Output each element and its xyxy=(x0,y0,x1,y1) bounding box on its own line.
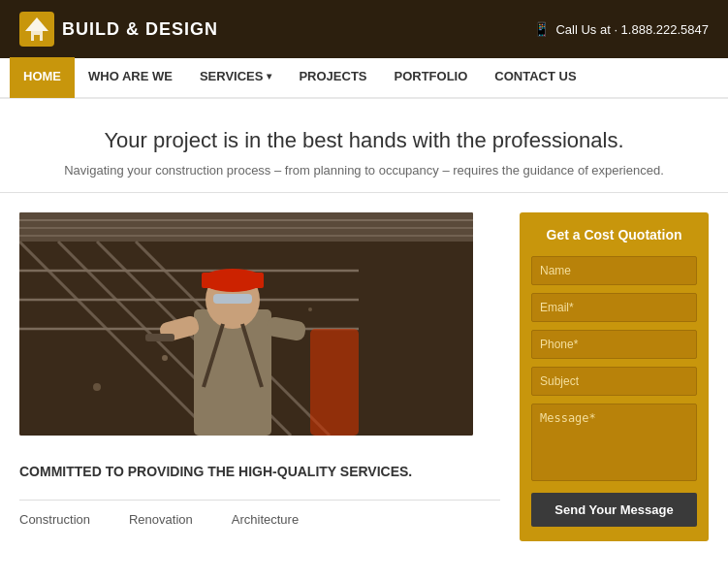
svg-point-29 xyxy=(93,383,101,391)
committed-section: COMMITTED TO PROVIDING THE HIGH-QUALITY … xyxy=(19,453,500,501)
nav-home[interactable]: HOME xyxy=(10,57,75,98)
svg-rect-26 xyxy=(310,329,359,436)
chevron-down-icon: ▾ xyxy=(267,71,271,81)
nav-services[interactable]: SERVICES ▾ xyxy=(186,57,286,98)
header: BUILD & DESIGN 📱 Call Us at · 1.888.222.… xyxy=(0,0,728,58)
logo[interactable]: BUILD & DESIGN xyxy=(19,12,218,47)
services-row: Construction Renovation Architecture xyxy=(19,512,500,527)
right-column: Get a Cost Quotation Send Your Message xyxy=(520,212,709,541)
committed-title: COMMITTED TO PROVIDING THE HIGH-QUALITY … xyxy=(19,463,500,482)
left-column: COMMITTED TO PROVIDING THE HIGH-QUALITY … xyxy=(19,212,500,541)
service-construction: Construction xyxy=(19,512,90,527)
send-button[interactable]: Send Your Message xyxy=(531,493,697,527)
svg-point-28 xyxy=(308,307,312,311)
message-input[interactable] xyxy=(531,404,697,481)
phone-icon: 📱 xyxy=(533,21,550,37)
logo-text: BUILD & DESIGN xyxy=(62,19,218,40)
service-architecture: Architecture xyxy=(232,512,299,527)
svg-rect-20 xyxy=(213,294,252,304)
worker-image xyxy=(19,212,473,436)
service-renovation: Renovation xyxy=(129,512,193,527)
header-contact: 📱 Call Us at · 1.888.222.5847 xyxy=(533,21,709,37)
name-input[interactable] xyxy=(531,256,697,285)
nav-who-are-we[interactable]: WHO ARE WE xyxy=(75,57,186,98)
main-content: COMMITTED TO PROVIDING THE HIGH-QUALITY … xyxy=(0,193,728,561)
svg-rect-19 xyxy=(202,273,264,288)
hero-section: Your project is in the best hands with t… xyxy=(0,99,728,193)
email-input[interactable] xyxy=(531,293,697,322)
nav-contact-us[interactable]: CONTACT US xyxy=(481,57,589,98)
svg-rect-5 xyxy=(19,212,473,242)
svg-point-27 xyxy=(162,355,168,361)
quotation-title: Get a Cost Quotation xyxy=(531,227,697,242)
hero-subtitle: Navigating your construction process – f… xyxy=(39,163,689,178)
quotation-box: Get a Cost Quotation Send Your Message xyxy=(520,212,709,541)
svg-rect-3 xyxy=(34,35,40,41)
nav-portfolio[interactable]: PORTFOLIO xyxy=(381,57,482,98)
subject-input[interactable] xyxy=(531,367,697,396)
logo-icon xyxy=(19,12,54,47)
hero-title: Your project is in the best hands with t… xyxy=(39,128,689,153)
nav-projects[interactable]: PROJECTS xyxy=(285,57,380,98)
navigation: HOME WHO ARE WE SERVICES ▾ PROJECTS PORT… xyxy=(0,58,728,99)
svg-rect-25 xyxy=(145,334,174,341)
phone-input[interactable] xyxy=(531,330,697,359)
call-text: Call Us at · 1.888.222.5847 xyxy=(555,22,709,37)
